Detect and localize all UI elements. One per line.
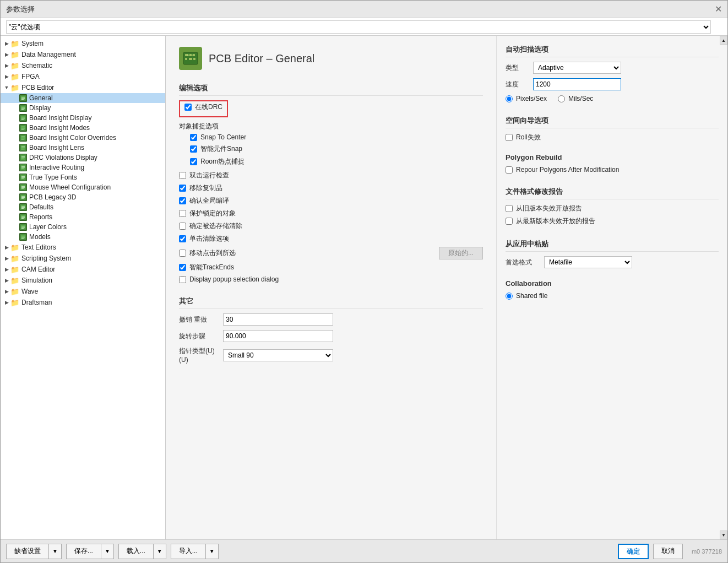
roll-fail-checkbox[interactable] <box>506 134 513 141</box>
single-click-checkbox[interactable] <box>179 235 186 242</box>
sidebar-item-board-insight-lens[interactable]: Board Insight Lens <box>1 143 165 153</box>
sidebar-item-reports[interactable]: Reports <box>1 212 165 222</box>
type-row: 类型 Adaptive Linear <box>506 62 719 74</box>
scroll-up-btn[interactable]: ▲ <box>720 36 727 45</box>
svg-rect-25 <box>21 156 25 157</box>
sidebar-item-defaults[interactable]: Defaults <box>1 202 165 212</box>
save-button[interactable]: 保存... <box>66 544 101 559</box>
confirm-global-label: 确认全局编译 <box>189 196 229 205</box>
import-button[interactable]: 导入... <box>171 544 206 559</box>
sidebar-item-scripting-system[interactable]: ▶📁Scripting System <box>1 253 165 264</box>
load-group: 载入... ▼ <box>118 544 166 559</box>
sidebar-item-system[interactable]: ▶📁System <box>1 38 165 49</box>
pixels-sec-radio[interactable] <box>506 95 513 102</box>
defaults-arrow[interactable]: ▼ <box>49 544 62 559</box>
sidebar-item-label: Data Management <box>21 51 76 58</box>
folder-icon: 📁 <box>10 287 19 296</box>
cancel-button[interactable]: 取消 <box>653 544 683 559</box>
rotation-step-input[interactable] <box>223 330 333 342</box>
title-bar: 参数选择 ✕ <box>1 1 727 18</box>
sidebar-item-interactive-routing[interactable]: Interactive Routing <box>1 163 165 172</box>
protect-locked-checkbox[interactable] <box>179 210 186 217</box>
ok-button[interactable]: 确定 <box>618 544 649 559</box>
svg-rect-51 <box>21 218 24 219</box>
load-button[interactable]: 载入... <box>118 544 154 559</box>
svg-rect-65 <box>189 58 192 60</box>
sidebar-item-layer-colors[interactable]: Layer Colors <box>1 222 165 232</box>
svg-rect-47 <box>21 208 24 209</box>
sidebar-item-display[interactable]: Display <box>1 103 165 113</box>
confirm-selected-row: 确定被选存储清除 <box>179 221 483 231</box>
preferred-format-select[interactable]: Metafile Bitmap Text <box>544 256 632 268</box>
room-hotspot-checkbox[interactable] <box>190 158 197 165</box>
old-version-checkbox[interactable] <box>506 205 513 212</box>
undo-redo-label: 撤销 重做 <box>179 315 223 324</box>
sidebar-item-label: Wave <box>21 288 38 295</box>
svg-rect-42 <box>21 197 25 198</box>
sidebar-item-general[interactable]: General <box>1 93 165 103</box>
sidebar-item-mouse-wheel-config[interactable]: Mouse Wheel Configuration <box>1 182 165 192</box>
remove-duplicates-label: 移除复制品 <box>189 183 222 193</box>
svg-rect-35 <box>21 178 24 179</box>
repour-checkbox[interactable] <box>506 166 513 174</box>
smart-track-checkbox[interactable] <box>179 264 186 271</box>
new-version-checkbox[interactable] <box>506 218 513 225</box>
svg-rect-64 <box>185 58 187 60</box>
save-arrow[interactable]: ▼ <box>101 544 114 559</box>
load-arrow[interactable]: ▼ <box>154 544 166 559</box>
sidebar-item-label: DRC Violations Display <box>29 154 97 161</box>
smart-snap-label: 智能元件Snap <box>200 144 242 154</box>
double-click-checkbox[interactable] <box>179 172 186 179</box>
object-snap-section: 对象捕捉选项 Snap To Center 智能元件Snap <box>179 122 483 166</box>
sidebar-item-board-insight-display[interactable]: Board Insight Display <box>1 113 165 123</box>
snap-to-center-checkbox[interactable] <box>190 134 197 141</box>
undo-redo-input[interactable] <box>223 313 333 326</box>
arrow-icon: ▼ <box>3 85 10 90</box>
display-popup-checkbox[interactable] <box>179 276 186 283</box>
online-drc-checkbox[interactable] <box>184 104 192 111</box>
sidebar-item-true-type-fonts[interactable]: True Type Fonts <box>1 172 165 182</box>
sidebar-item-cam-editor[interactable]: ▶📁CAM Editor <box>1 264 165 275</box>
cloud-options-select[interactable]: "云"优选项 <box>6 20 711 34</box>
close-icon[interactable]: ✕ <box>715 4 722 14</box>
svg-rect-39 <box>21 188 24 189</box>
paste-title: 从应用中粘贴 <box>506 237 719 252</box>
sidebar-item-simulation[interactable]: ▶📁Simulation <box>1 275 165 286</box>
defaults-button[interactable]: 缺省设置 <box>6 544 49 559</box>
sidebar-item-drc-violations-display[interactable]: DRC Violations Display <box>1 153 165 163</box>
svg-rect-19 <box>21 139 24 139</box>
sidebar-item-data-management[interactable]: ▶📁Data Management <box>1 49 165 60</box>
import-arrow[interactable]: ▼ <box>206 544 219 559</box>
sidebar-item-board-insight-modes[interactable]: Board Insight Modes <box>1 123 165 133</box>
sidebar-item-fpga[interactable]: ▶📁FPGA <box>1 71 165 82</box>
move-click-checkbox[interactable] <box>179 250 186 257</box>
scroll-down-btn[interactable]: ▼ <box>720 530 727 539</box>
sidebar-item-text-editors[interactable]: ▶📁Text Editors <box>1 242 165 253</box>
other-section: 其它 撤销 重做 旋转步骤 指针类型(U) (U) <box>179 294 483 364</box>
editing-section: 编辑选项 在线DRC 对象捕捉选项 <box>179 81 483 283</box>
online-drc-row: 在线DRC <box>184 102 222 112</box>
sidebar-item-wave[interactable]: ▶📁Wave <box>1 286 165 297</box>
confirm-selected-checkbox[interactable] <box>179 223 186 230</box>
speed-input[interactable] <box>533 78 621 90</box>
shared-file-radio[interactable] <box>506 293 513 300</box>
right-panel: ▲ ▼ 自动扫描选项 类型 Adaptive Linear <box>496 36 727 539</box>
room-hotspot-label: Room热点捕捉 <box>200 157 245 166</box>
remove-duplicates-checkbox[interactable] <box>179 185 186 192</box>
page-icon <box>19 233 27 241</box>
cursor-type-select[interactable]: Small 90 Large 90 Small 45 Large 45 <box>223 349 333 361</box>
sidebar-item-schematic[interactable]: ▶📁Schematic <box>1 60 165 71</box>
confirm-global-checkbox[interactable] <box>179 197 186 204</box>
sidebar-item-board-insight-color-overrides[interactable]: Board Insight Color Overrides <box>1 133 165 143</box>
pixels-sec-row: Pixels/Sex Mils/Sec <box>506 95 719 102</box>
sidebar-item-models[interactable]: Models <box>1 232 165 242</box>
sidebar-item-pcb-legacy-3d[interactable]: PCB Legacy 3D <box>1 192 165 202</box>
sidebar-item-pcb-editor[interactable]: ▼📁PCB Editor <box>1 82 165 93</box>
mils-sec-radio[interactable] <box>558 95 565 102</box>
original-button[interactable]: 原始的... <box>439 247 483 259</box>
sidebar-item-draftsman[interactable]: ▶📁Draftsman <box>1 297 165 308</box>
svg-rect-63 <box>193 54 195 56</box>
sidebar-item-label: Board Insight Color Overrides <box>29 134 116 142</box>
type-select[interactable]: Adaptive Linear <box>533 62 621 74</box>
smart-snap-checkbox[interactable] <box>190 145 197 153</box>
